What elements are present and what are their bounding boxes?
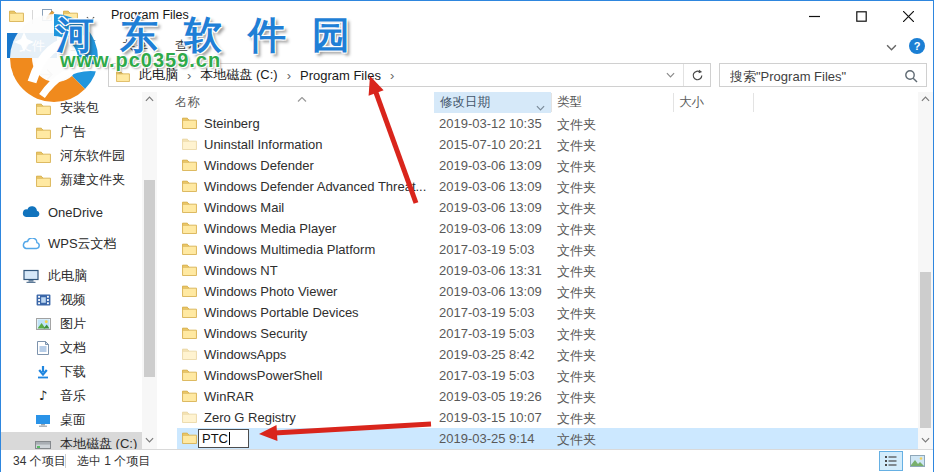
thumbnail-view-button[interactable] [905, 451, 929, 471]
new-folder-icon[interactable] [63, 8, 78, 26]
column-header-type[interactable]: 类型 [557, 92, 582, 113]
file-type: 文件夹 [557, 158, 596, 176]
videos-icon [34, 294, 52, 306]
column-header-name[interactable]: 名称 [175, 92, 200, 113]
table-row[interactable]: Uninstall Information2015-07-10 20:21文件夹 [167, 134, 933, 155]
table-row[interactable]: WinRAR2019-03-05 19:26文件夹 [167, 386, 933, 407]
window-controls [791, 1, 932, 31]
table-row[interactable]: Windows Defender Advanced Threat...2019-… [167, 176, 933, 197]
breadcrumb-separator-icon[interactable]: › [280, 68, 298, 83]
table-row[interactable]: Windows Multimedia Platform2017-03-19 5:… [167, 239, 933, 260]
forward-icon[interactable] [37, 67, 55, 86]
table-row[interactable]: Windows Media Player2019-03-06 13:09文件夹 [167, 218, 933, 239]
sidebar-item[interactable]: 河东软件园 [1, 144, 142, 168]
breadcrumb-item[interactable]: Program Files [298, 68, 383, 83]
table-row[interactable]: Steinberg2019-03-12 10:35文件夹 [167, 113, 933, 134]
address-bar[interactable]: 此电脑›本地磁盘 (C:)›Program Files› [108, 63, 711, 87]
column-header-date[interactable]: 修改日期 [434, 92, 551, 113]
file-date: 2019-03-06 13:09 [439, 158, 542, 173]
file-name: WindowsApps [204, 347, 286, 362]
breadcrumb-item[interactable]: 此电脑 [137, 66, 180, 84]
tab-file[interactable]: 文件 [7, 33, 57, 58]
up-icon[interactable] [81, 66, 96, 87]
details-view-button[interactable] [879, 451, 903, 471]
table-row[interactable]: Windows Portable Devices2017-03-19 5:03文… [167, 302, 933, 323]
table-row[interactable]: WindowsPowerShell2017-03-19 5:03文件夹 [167, 365, 933, 386]
rename-input[interactable]: PTC [198, 429, 249, 448]
sidebar-item[interactable]: WPS云文档 [1, 232, 142, 256]
sidebar-item[interactable]: 桌面 [1, 408, 142, 432]
sidebar-item[interactable]: OneDrive [1, 200, 142, 224]
table-row[interactable]: Windows Photo Viewer2019-03-06 13:09文件夹 [167, 281, 933, 302]
breadcrumb-separator-icon[interactable]: › [180, 68, 198, 83]
table-row[interactable]: Windows NT2019-03-06 13:31文件夹 [167, 260, 933, 281]
table-row[interactable]: PTC2019-03-25 9:14文件夹 [167, 428, 933, 449]
sidebar-item[interactable]: 此电脑 [1, 264, 142, 288]
search-icon[interactable] [904, 69, 918, 87]
file-type: 文件夹 [557, 368, 596, 386]
minimize-button[interactable] [791, 1, 838, 31]
sidebar-item[interactable]: 文档 [1, 336, 142, 360]
search-input[interactable] [728, 66, 900, 86]
column-header-size[interactable]: 大小 [679, 92, 704, 113]
sidebar-item-label: 图片 [60, 315, 86, 333]
properties-icon[interactable] [41, 8, 55, 26]
sidebar-item[interactable]: ♪音乐 [1, 384, 142, 408]
file-type: 文件夹 [557, 347, 596, 365]
refresh-icon[interactable] [684, 69, 710, 82]
sidebar-item[interactable]: 图片 [1, 312, 142, 336]
explorer-window: Program Files 文件 主页 共享 查看 ? [0, 0, 934, 472]
tab-share[interactable]: 共享 [109, 33, 161, 58]
help-button[interactable]: ? [909, 38, 925, 54]
downloads-icon [34, 365, 52, 379]
table-row[interactable]: Zero G Registry2019-03-15 10:07文件夹 [167, 407, 933, 428]
file-date: 2019-03-06 13:09 [439, 221, 542, 236]
text-caret [229, 432, 230, 445]
scroll-up-icon[interactable] [918, 92, 933, 106]
maximize-button[interactable] [838, 1, 885, 31]
scrollbar-thumb[interactable] [144, 180, 155, 377]
sidebar-item[interactable]: 安装包 [1, 96, 142, 120]
tab-home[interactable]: 主页 [57, 33, 109, 58]
sidebar-item[interactable]: 下载 [1, 360, 142, 384]
file-type: 文件夹 [557, 200, 596, 218]
folder-icon [34, 174, 52, 187]
scroll-up-icon[interactable] [142, 92, 157, 106]
recent-locations-chevron-icon[interactable] [61, 71, 70, 89]
scroll-down-icon[interactable] [142, 433, 157, 447]
list-scrollbar[interactable] [918, 92, 933, 449]
file-type: 文件夹 [557, 431, 596, 449]
back-icon[interactable] [11, 67, 29, 86]
folder-icon[interactable] [9, 8, 24, 26]
file-name: Windows Defender Advanced Threat... [204, 179, 426, 194]
address-dropdown-chevron-icon[interactable] [657, 72, 683, 78]
close-button[interactable] [885, 1, 932, 31]
sidebar-scrollbar[interactable] [142, 92, 157, 449]
file-type: 文件夹 [557, 179, 596, 197]
onedrive-icon [22, 206, 40, 218]
sidebar-item-label: WPS云文档 [48, 235, 117, 253]
status-bar: 34 个项目 选中 1 个项目 [1, 449, 933, 472]
scrollbar-thumb[interactable] [920, 272, 931, 428]
table-row[interactable]: Windows Security2017-03-19 5:03文件夹 [167, 323, 933, 344]
sidebar-item[interactable]: 广告 [1, 120, 142, 144]
file-date: 2019-03-06 13:09 [439, 284, 542, 299]
folder-icon [34, 150, 52, 163]
expand-ribbon-chevron-icon[interactable] [886, 37, 897, 55]
computer-icon [22, 269, 40, 283]
table-row[interactable]: WindowsApps2019-03-25 8:42文件夹 [167, 344, 933, 365]
screenshot-stage: Program Files 文件 主页 共享 查看 ? [0, 0, 934, 472]
breadcrumb-separator-icon[interactable]: › [383, 68, 401, 83]
scroll-down-icon[interactable] [918, 433, 933, 447]
filter-chevron-icon[interactable] [536, 100, 545, 114]
sidebar-item[interactable]: 视频 [1, 288, 142, 312]
sidebar-item[interactable]: 新建文件夹 [1, 168, 142, 192]
tab-view[interactable]: 查看 [162, 33, 214, 58]
table-row[interactable]: Windows Mail2019-03-06 13:09文件夹 [167, 197, 933, 218]
breadcrumb-item[interactable]: 本地磁盘 (C:) [198, 66, 279, 84]
qat-customize-chevron-icon[interactable] [86, 8, 95, 26]
table-row[interactable]: Windows Defender2019-03-06 13:09文件夹 [167, 155, 933, 176]
sidebar-item-label: 桌面 [60, 411, 86, 429]
file-date: 2019-03-12 10:35 [439, 116, 542, 131]
file-name: WinRAR [204, 389, 254, 404]
